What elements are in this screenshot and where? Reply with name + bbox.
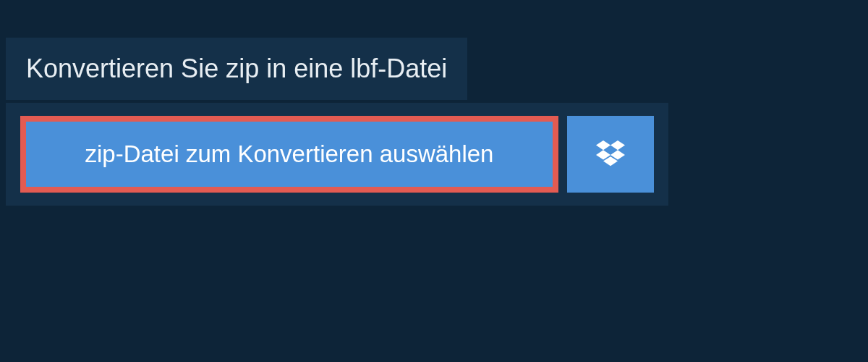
dropbox-icon xyxy=(596,140,625,169)
select-file-label: zip-Datei zum Konvertieren auswählen xyxy=(85,140,494,168)
upload-section: zip-Datei zum Konvertieren auswählen xyxy=(6,103,668,206)
page-title: Konvertieren Sie zip in eine lbf-Datei xyxy=(26,54,447,84)
dropbox-button[interactable] xyxy=(567,116,654,193)
select-file-button[interactable]: zip-Datei zum Konvertieren auswählen xyxy=(20,116,558,193)
header-bar: Konvertieren Sie zip in eine lbf-Datei xyxy=(6,38,467,100)
